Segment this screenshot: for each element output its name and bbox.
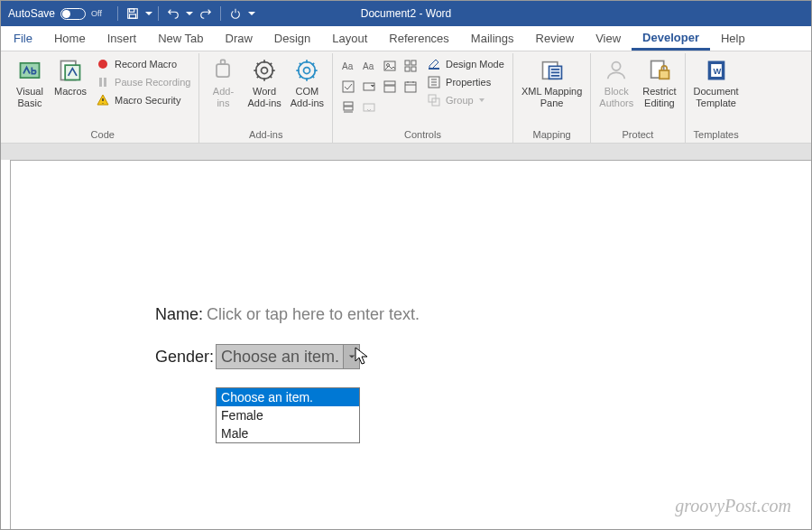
picture-control-button[interactable] [380, 56, 400, 76]
tab-draw[interactable]: Draw [215, 26, 263, 51]
title-bar: AutoSave Off Document2 - Word [1, 1, 811, 26]
touch-mouse-mode-button[interactable] [226, 4, 245, 23]
com-addins-button[interactable]: COM Add-ins [288, 56, 327, 110]
macro-security-button[interactable]: Macro Security [93, 92, 193, 108]
document-template-label: Document Template [694, 86, 739, 108]
tab-references[interactable]: References [378, 26, 459, 51]
tab-help[interactable]: Help [710, 26, 756, 51]
svg-rect-28 [344, 102, 353, 106]
block-authors-icon [604, 58, 629, 83]
undo-dropdown-icon[interactable] [185, 4, 194, 23]
dropdown-option[interactable]: Choose an item. [217, 388, 359, 406]
qat-customize-icon[interactable] [247, 4, 256, 23]
svg-rect-30 [364, 104, 374, 111]
word-addins-button[interactable]: Word Add-ins [245, 56, 283, 110]
legacy-tools-button[interactable] [359, 98, 379, 117]
rich-text-control-button[interactable]: Aa [338, 56, 358, 76]
svg-point-14 [304, 68, 310, 74]
document-background [1, 144, 811, 160]
svg-rect-19 [405, 60, 410, 65]
dropdown-control-button[interactable] [380, 77, 400, 97]
tab-developer[interactable]: Developer [632, 26, 710, 51]
macros-button[interactable]: Macros [51, 56, 89, 99]
combobox-control-button[interactable] [359, 77, 379, 97]
properties-label: Properties [446, 77, 491, 88]
tab-design[interactable]: Design [263, 26, 321, 51]
dropdown-selected-text: Choose an item. [221, 348, 339, 366]
word-addins-icon [252, 58, 277, 83]
svg-rect-21 [405, 67, 410, 71]
svg-rect-23 [343, 81, 354, 92]
visual-basic-button[interactable]: Visual Basic [12, 56, 48, 110]
restrict-editing-label: Restrict Editing [642, 86, 676, 108]
autosave-state: Off [91, 9, 102, 18]
redo-button[interactable] [196, 4, 216, 23]
page-content: Name: Click or tap here to enter text. G… [11, 161, 811, 367]
undo-button[interactable] [163, 4, 183, 23]
autosave-toggle-icon[interactable] [60, 8, 86, 20]
date-picker-control-button[interactable] [401, 77, 420, 97]
svg-text:Aa: Aa [342, 61, 354, 71]
svg-rect-7 [99, 78, 102, 87]
save-dropdown-icon[interactable] [144, 4, 153, 23]
autosave-label: AutoSave [8, 7, 55, 20]
group-controls: Aa Aa Design [333, 53, 513, 143]
tab-insert[interactable]: Insert [97, 26, 148, 51]
ribbon-tabs: File Home Insert New Tab Draw Design Lay… [1, 26, 811, 51]
tab-mailings[interactable]: Mailings [460, 26, 525, 51]
pause-recording-button: Pause Recording [93, 74, 193, 90]
group-code-label: Code [12, 127, 193, 143]
group-addins-label: Add-ins [205, 127, 327, 143]
checkbox-control-button[interactable] [338, 77, 358, 97]
restrict-editing-button[interactable]: Restrict Editing [640, 56, 678, 110]
dropdown-option[interactable]: Male [217, 424, 359, 442]
xml-mapping-icon [540, 58, 565, 83]
tab-newtab[interactable]: New Tab [147, 26, 214, 51]
properties-button[interactable]: Properties [424, 74, 507, 90]
macros-icon [58, 58, 83, 83]
svg-rect-9 [217, 64, 229, 77]
record-macro-icon [96, 57, 110, 71]
save-button[interactable] [123, 4, 143, 23]
group-button[interactable]: Group [424, 92, 507, 108]
gender-label: Gender: [155, 348, 214, 367]
dropdown-selected-value[interactable]: Choose an item. [216, 344, 360, 369]
chevron-down-icon[interactable] [343, 345, 359, 368]
record-macro-button[interactable]: Record Macro [93, 56, 193, 72]
group-templates-label: Templates [691, 127, 742, 143]
plain-text-control-button[interactable]: Aa [359, 56, 379, 76]
dropdown-option[interactable]: Female [217, 406, 359, 424]
svg-rect-26 [384, 86, 395, 92]
document-template-button[interactable]: W Document Template [691, 56, 742, 110]
svg-rect-10 [221, 60, 226, 64]
name-label: Name: [155, 305, 203, 324]
pause-icon [96, 75, 110, 89]
word-addins-label: Word Add-ins [247, 86, 281, 108]
group-protect-label: Protect [596, 127, 678, 143]
tab-file[interactable]: File [3, 26, 43, 51]
repeating-section-control-button[interactable] [338, 98, 358, 117]
building-block-control-button[interactable] [401, 56, 420, 76]
document-page[interactable]: Name: Click or tap here to enter text. G… [10, 160, 811, 529]
design-mode-button[interactable]: Design Mode [424, 56, 507, 72]
tab-layout[interactable]: Layout [321, 26, 378, 51]
tab-home[interactable]: Home [43, 26, 97, 51]
autosave-control[interactable]: AutoSave Off [1, 1, 109, 26]
gender-dropdown[interactable]: Choose an item. Choose an item. Female M… [216, 348, 360, 367]
svg-rect-20 [411, 60, 416, 65]
svg-rect-3 [21, 63, 40, 78]
gender-field-row: Gender: Choose an item. Choose an item. … [155, 348, 811, 367]
tab-view[interactable]: View [585, 26, 632, 51]
block-authors-label: Block Authors [599, 86, 633, 108]
group-icon [427, 93, 441, 107]
record-macro-label: Record Macro [115, 59, 177, 70]
macros-label: Macros [54, 86, 87, 98]
tab-review[interactable]: Review [525, 26, 586, 51]
visual-basic-icon [17, 58, 42, 83]
addins-button[interactable]: Add- ins [205, 56, 241, 110]
ribbon: Visual Basic Macros Record Macro Pause R… [1, 51, 811, 144]
xml-mapping-button[interactable]: XML Mapping Pane [519, 56, 585, 110]
name-placeholder[interactable]: Click or tap here to enter text. [207, 305, 420, 324]
warning-icon [96, 93, 110, 107]
window-title: Document2 - Word [361, 7, 451, 20]
